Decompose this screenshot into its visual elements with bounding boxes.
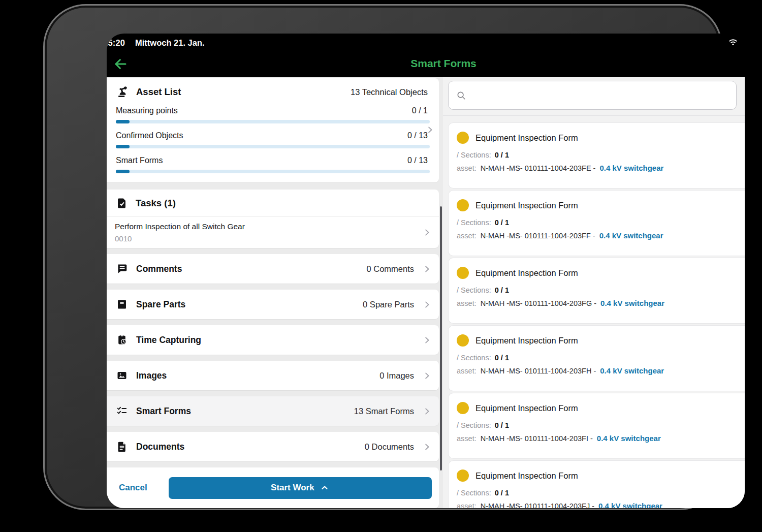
asset-link[interactable]: 0.4 kV switchgear — [599, 164, 663, 172]
left-panel-scrollbar[interactable] — [440, 206, 442, 471]
progress-bar-fill — [116, 145, 130, 148]
asset-label: asset: — [457, 434, 477, 443]
asset-code: N-MAH -MS- 010111-1004-203FJ - — [481, 502, 594, 508]
status-dot-icon — [457, 334, 469, 347]
search-icon — [456, 90, 467, 101]
app-screen: 15:20 Mittwoch 21. Jan. Smart Forms — [107, 34, 745, 508]
smart-forms-panel: Equipment Inspection Form / Sections: 0 … — [443, 77, 745, 508]
asset-progress-row: Confirmed Objects 0 / 13 — [116, 131, 430, 148]
tablet-frame: 15:20 Mittwoch 21. Jan. Smart Forms — [43, 4, 722, 510]
smart-form-card[interactable]: Equipment Inspection Form / Sections: 0 … — [448, 393, 745, 459]
smart-form-card[interactable]: Equipment Inspection Form / Sections: 0 … — [448, 460, 745, 508]
section-row-spare-parts[interactable]: Spare Parts 0 Spare Parts — [107, 290, 439, 319]
chevron-right-icon — [422, 371, 432, 381]
section-row-smart-forms[interactable]: Smart Forms 13 Smart Forms — [107, 396, 439, 426]
sections-value: 0 / 1 — [495, 489, 509, 497]
section-row-images[interactable]: Images 0 Images — [107, 361, 439, 390]
tasks-header: Tasks (1) — [107, 190, 439, 217]
smart-form-card[interactable]: Equipment Inspection Form / Sections: 0 … — [448, 325, 745, 391]
status-dot-icon — [457, 199, 469, 211]
sections-label: / Sections: — [457, 218, 491, 227]
progress-label: Smart Forms — [116, 156, 163, 165]
task-check-icon — [116, 197, 128, 209]
asset-label: asset: — [457, 299, 477, 307]
section-row-documents[interactable]: Documents 0 Documents — [107, 432, 439, 461]
sections-label: / Sections: — [457, 151, 491, 159]
section-count: 0 Documents — [365, 442, 414, 452]
progress-label: Measuring points — [116, 106, 178, 115]
progress-bar-fill — [116, 120, 130, 123]
wifi-icon — [727, 36, 739, 47]
progress-value: 0 / 1 — [412, 106, 430, 115]
sections-label: / Sections: — [457, 354, 491, 362]
progress-bar — [116, 145, 430, 148]
form-card-title: Equipment Inspection Form — [475, 268, 578, 278]
asset-code: N-MAH -MS- 010111-1004-203FI - — [481, 434, 593, 443]
asset-progress-list: Measuring points 0 / 1 Confirmed Objects… — [116, 106, 430, 173]
chevron-right-icon — [422, 228, 432, 237]
images-icon — [116, 369, 128, 382]
progress-bar-fill — [116, 170, 130, 173]
status-time: 15:20 — [107, 38, 125, 48]
section-row-time-capturing[interactable]: Time Capturing — [107, 325, 439, 355]
chevron-right-icon — [422, 264, 432, 274]
asset-list-card[interactable]: Asset List 13 Technical Objects Measurin… — [107, 78, 439, 182]
back-arrow-icon[interactable] — [113, 56, 128, 72]
progress-bar — [116, 120, 430, 123]
tasks-title: Tasks (1) — [136, 198, 176, 209]
progress-label: Confirmed Objects — [116, 131, 183, 140]
spare-parts-icon — [116, 298, 128, 310]
section-label: Smart Forms — [136, 406, 191, 417]
progress-value: 0 / 13 — [407, 156, 430, 165]
sections-value: 0 / 1 — [495, 218, 509, 227]
form-card-title: Equipment Inspection Form — [475, 471, 578, 481]
documents-icon — [116, 441, 128, 453]
section-count: 13 Smart Forms — [354, 406, 414, 416]
status-dot-icon — [457, 267, 469, 279]
asset-link[interactable]: 0.4 kV switchgear — [599, 231, 663, 240]
section-label: Time Capturing — [136, 335, 201, 346]
task-code: 0010 — [115, 234, 422, 243]
asset-link[interactable]: 0.4 kV switchgear — [600, 299, 664, 307]
asset-code: N-MAH -MS- 010111-1004-203FG - — [481, 299, 596, 307]
tasks-card: Tasks (1) Perform Inspection of all Swit… — [107, 190, 439, 248]
status-dot-icon — [457, 402, 469, 414]
search-box[interactable] — [448, 81, 737, 110]
asset-label: asset: — [457, 367, 477, 375]
smart-form-card[interactable]: Equipment Inspection Form / Sections: 0 … — [448, 258, 745, 324]
smart-form-card[interactable]: Equipment Inspection Form / Sections: 0 … — [448, 190, 745, 256]
time-capturing-icon — [116, 334, 128, 346]
form-card-title: Equipment Inspection Form — [475, 201, 578, 210]
section-count: 0 Images — [379, 371, 414, 381]
work-order-panel: Asset List 13 Technical Objects Measurin… — [107, 77, 443, 508]
start-work-button[interactable]: Start Work — [169, 477, 432, 499]
footer-bar: Cancel Start Work — [107, 467, 439, 508]
section-label: Images — [136, 370, 167, 381]
cancel-button[interactable]: Cancel — [119, 483, 147, 493]
section-label: Documents — [136, 442, 184, 452]
search-area — [443, 77, 745, 116]
sections-label: / Sections: — [457, 286, 491, 294]
chevron-right-icon — [422, 442, 432, 452]
progress-bar — [116, 170, 430, 173]
form-card-title: Equipment Inspection Form — [475, 336, 578, 346]
sections-value: 0 / 1 — [495, 354, 509, 362]
task-row[interactable]: Perform Inspection of all Switch Gear 00… — [107, 217, 439, 248]
asset-link[interactable]: 0.4 kV switchgear — [598, 502, 662, 508]
robot-arm-icon — [116, 85, 129, 99]
asset-link[interactable]: 0.4 kV switchgear — [600, 366, 664, 375]
start-work-label: Start Work — [271, 483, 314, 493]
chevron-right-icon — [422, 406, 432, 416]
nav-bar: Smart Forms — [107, 52, 745, 77]
status-dot-icon — [457, 470, 469, 482]
sections-label: / Sections: — [457, 421, 491, 429]
section-row-comments[interactable]: Comments 0 Comments — [107, 254, 439, 284]
asset-code: N-MAH -MS- 010111-1004-203FE - — [481, 164, 596, 172]
smart-form-card[interactable]: Equipment Inspection Form / Sections: 0 … — [448, 122, 745, 189]
chevron-right-icon — [425, 125, 435, 135]
asset-code: N-MAH -MS- 010111-1004-203FH - — [481, 367, 596, 375]
form-card-title: Equipment Inspection Form — [475, 403, 578, 413]
asset-link[interactable]: 0.4 kV switchgear — [597, 434, 661, 443]
asset-progress-row: Smart Forms 0 / 13 — [116, 156, 430, 173]
search-input[interactable] — [472, 90, 729, 101]
